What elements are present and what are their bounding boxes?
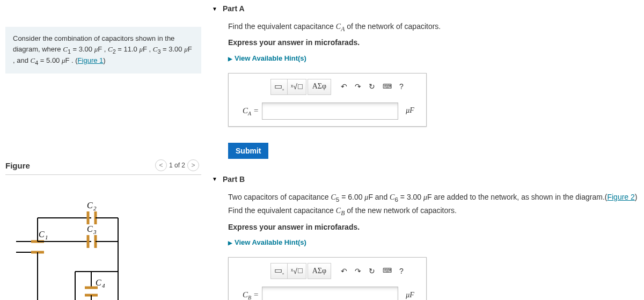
part-a-prompt: Find the equivalent capacitance CA of th…: [228, 20, 639, 34]
part-a-answer-label: CA =: [233, 104, 262, 118]
pager-next-button[interactable]: >: [187, 159, 199, 171]
part-b-instruction: Express your answer in microfarads.: [228, 221, 639, 233]
keyboard-button[interactable]: ⌨: [379, 79, 395, 95]
part-a-unit: μF: [398, 105, 422, 116]
part-b-answer-input[interactable]: [262, 287, 398, 300]
answer-toolbar: ▭▫ ᵡ√ ΑΣφ ↶ ↷ ↻ ⌨ ?: [270, 79, 422, 95]
answer-toolbar-b: ▭▫ ᵡ√ ΑΣφ ↶ ↷ ↻ ⌨ ?: [270, 263, 422, 279]
svg-text:C: C: [87, 224, 93, 233]
figure-title: Figure: [5, 161, 30, 170]
help-button[interactable]: ?: [396, 263, 407, 279]
redo-button[interactable]: ↷: [352, 79, 364, 95]
svg-text:4: 4: [102, 282, 105, 289]
part-a-hints-link[interactable]: ▶View Available Hint(s): [228, 53, 639, 64]
part-b-answer-box: ▭▫ ᵡ√ ΑΣφ ↶ ↷ ↻ ⌨ ? CB =: [228, 257, 427, 300]
svg-text:C: C: [39, 230, 45, 239]
undo-button[interactable]: ↶: [338, 263, 350, 279]
sqrt-button[interactable]: ᵡ√: [288, 79, 306, 95]
figure-2-link[interactable]: Figure 2: [607, 193, 634, 201]
svg-text:C: C: [87, 202, 93, 210]
reset-button[interactable]: ↻: [365, 79, 378, 95]
template-button[interactable]: ▭▫: [270, 79, 288, 95]
part-b-prompt: Two capacitors of capacitance C5 = 6.00 …: [228, 191, 639, 219]
figure-pager: < 1 of 2 >: [153, 159, 201, 171]
submit-button[interactable]: Submit: [228, 143, 268, 159]
part-b-title: Part B: [223, 175, 245, 184]
pager-prev-button[interactable]: <: [155, 159, 167, 171]
greek-button[interactable]: ΑΣφ: [308, 79, 331, 95]
part-a-answer-input[interactable]: [262, 103, 398, 120]
part-b-answer-label: CB =: [233, 288, 262, 300]
part-b-header[interactable]: ▼ Part B: [212, 171, 639, 188]
collapse-icon: ▼: [212, 6, 217, 12]
keyboard-button[interactable]: ⌨: [379, 263, 395, 279]
circuit-diagram: .wire{stroke:#000;stroke-width:2;fill:no…: [5, 202, 134, 300]
help-button[interactable]: ?: [396, 79, 407, 95]
template-button[interactable]: ▭▫: [270, 263, 288, 279]
figure-section: Figure < 1 of 2 > .wire{stroke:#000;stro…: [5, 159, 201, 300]
svg-text:1: 1: [45, 234, 48, 240]
part-a-instruction: Express your answer in microfarads.: [228, 36, 639, 48]
redo-button[interactable]: ↷: [352, 263, 364, 279]
part-b-unit: μF: [398, 289, 422, 300]
part-a-header[interactable]: ▼ Part A: [212, 0, 639, 17]
svg-text:C: C: [96, 278, 101, 287]
collapse-icon: ▼: [212, 176, 217, 182]
svg-text:3: 3: [93, 229, 97, 235]
pager-text: 1 of 2: [169, 162, 185, 169]
svg-text:2: 2: [93, 205, 97, 211]
part-a-answer-box: ▭▫ ᵡ√ ΑΣφ ↶ ↷ ↻ ⌨ ? CA = μF: [228, 73, 427, 127]
problem-intro: Consider the combination of capacitors s…: [5, 27, 201, 74]
greek-button[interactable]: ΑΣφ: [308, 263, 331, 279]
part-b-hints-link[interactable]: ▶View Available Hint(s): [228, 237, 639, 248]
figure-1-link[interactable]: Figure 1: [78, 56, 104, 64]
undo-button[interactable]: ↶: [338, 79, 350, 95]
part-a-title: Part A: [223, 4, 245, 13]
sqrt-button[interactable]: ᵡ√: [288, 263, 306, 279]
reset-button[interactable]: ↻: [365, 263, 378, 279]
